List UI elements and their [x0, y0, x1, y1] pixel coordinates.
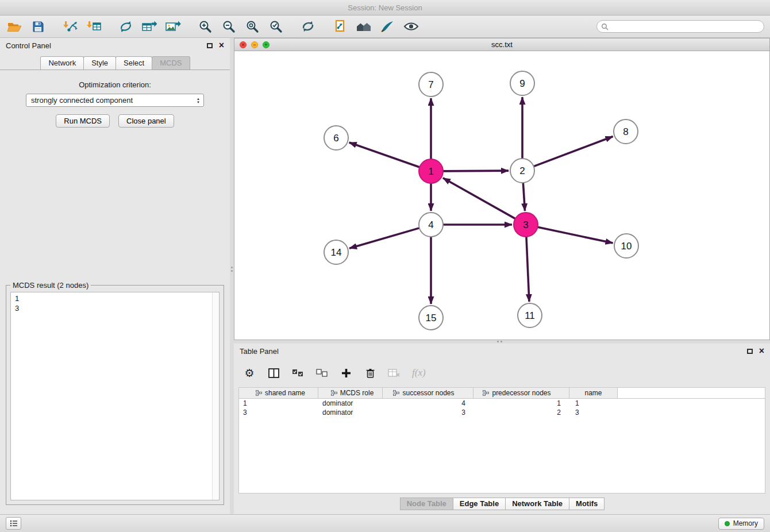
- graph-node-3[interactable]: 3: [514, 213, 538, 237]
- graph-node-4[interactable]: 4: [419, 213, 443, 237]
- column-header-filler: [618, 388, 765, 399]
- deselect-all-rows-button[interactable]: [315, 366, 328, 380]
- criterion-dropdown[interactable]: strongly connected component ▲▼: [26, 94, 204, 107]
- graph-node-8[interactable]: 8: [614, 119, 638, 144]
- graph-edge-3-10[interactable]: [538, 227, 613, 243]
- control-panel-title: Control Panel: [6, 41, 51, 50]
- zoom-fit-button[interactable]: [244, 18, 261, 35]
- graph-node-15[interactable]: 15: [419, 306, 443, 330]
- window-minimize-button[interactable]: −: [251, 41, 258, 48]
- window-zoom-button[interactable]: +: [263, 41, 270, 48]
- column-sort-icon: [393, 390, 399, 396]
- column-header-predecessor-nodes[interactable]: predecessor nodes: [473, 388, 569, 399]
- open-session-button[interactable]: [6, 18, 23, 35]
- graph-node-label: 15: [426, 313, 437, 323]
- memory-button[interactable]: Memory: [718, 518, 764, 530]
- table-row[interactable]: 3 dominator 3 2 3: [239, 408, 765, 417]
- columns-icon: [268, 368, 279, 378]
- mcds-result-box: MCDS result (2 nodes) 1 3: [6, 285, 224, 505]
- table-settings-button[interactable]: ⚙: [243, 366, 256, 380]
- export-table-button[interactable]: [141, 18, 158, 35]
- network-window-title: scc.txt: [234, 40, 769, 49]
- tab-edge-table[interactable]: Edge Table: [453, 498, 506, 510]
- table-panel-title: Table Panel: [240, 347, 279, 356]
- zoom-out-button[interactable]: [220, 18, 237, 35]
- graph-node-1[interactable]: 1: [419, 159, 443, 183]
- control-panel: Control Panel × Network Style Select MCD…: [0, 38, 230, 514]
- cell-predecessor-nodes: 1: [473, 399, 569, 408]
- network-canvas[interactable]: 7968124314101511: [234, 51, 769, 340]
- float-panel-button[interactable]: [207, 43, 213, 48]
- delete-table-button[interactable]: [388, 366, 401, 380]
- result-scrollbar[interactable]: [212, 292, 219, 500]
- tab-node-table[interactable]: Node Table: [400, 498, 453, 510]
- tab-motifs[interactable]: Motifs: [569, 498, 605, 510]
- import-network-button[interactable]: [61, 18, 79, 35]
- column-header-name[interactable]: name: [569, 388, 618, 399]
- task-history-button[interactable]: [6, 517, 21, 530]
- add-row-button[interactable]: [340, 366, 352, 380]
- show-hide-details-button[interactable]: [402, 18, 419, 35]
- tab-network[interactable]: Network: [40, 56, 84, 70]
- search-icon: [601, 23, 609, 30]
- table-row[interactable]: 1 dominator 4 1 1: [239, 399, 765, 408]
- graph-node-7[interactable]: 7: [419, 72, 443, 97]
- zoom-selected-button[interactable]: [267, 18, 284, 35]
- float-table-panel-button[interactable]: [747, 349, 753, 354]
- close-panel-button[interactable]: Close panel: [118, 114, 174, 128]
- search-input[interactable]: [611, 22, 760, 30]
- graph-edge-4-14[interactable]: [349, 228, 419, 248]
- apply-layout-button[interactable]: [299, 18, 317, 35]
- close-panel-icon[interactable]: ×: [219, 41, 224, 50]
- cell-predecessor-nodes: 2: [473, 408, 569, 417]
- export-image-icon: [165, 20, 181, 33]
- document-share-button[interactable]: [332, 18, 349, 35]
- network-window-titlebar[interactable]: scc.txt × − +: [234, 38, 769, 51]
- run-mcds-button[interactable]: Run MCDS: [56, 114, 110, 128]
- select-all-rows-button[interactable]: [291, 366, 304, 380]
- tab-style[interactable]: Style: [83, 56, 116, 70]
- cell-name: 1: [569, 399, 618, 408]
- refresh-arrows-icon: [301, 20, 315, 33]
- graph-node-6[interactable]: 6: [324, 126, 348, 150]
- export-network-button[interactable]: [117, 18, 134, 35]
- graph-edge-3-11[interactable]: [526, 237, 529, 302]
- column-header-shared-name[interactable]: shared name: [239, 388, 318, 399]
- graph-node-9[interactable]: 9: [510, 71, 534, 95]
- window-close-button[interactable]: ×: [240, 41, 247, 48]
- close-table-panel-icon[interactable]: ×: [759, 346, 764, 356]
- vertical-splitter[interactable]: [230, 38, 234, 514]
- window-titlebar: Session: New Session: [0, 0, 770, 16]
- graph-node-11[interactable]: 11: [518, 303, 542, 327]
- graph-node-14[interactable]: 14: [324, 240, 348, 264]
- column-header-mcds-role[interactable]: MCDS role: [318, 388, 383, 399]
- mcds-result-list[interactable]: 1 3: [10, 292, 220, 500]
- delete-rows-button[interactable]: [364, 366, 376, 380]
- graph-node-label: 4: [428, 219, 433, 230]
- graph-node-10[interactable]: 10: [614, 234, 638, 258]
- horizontal-splitter[interactable]: [234, 340, 770, 344]
- column-visibility-button[interactable]: [267, 366, 280, 380]
- paint-style-button[interactable]: [379, 18, 396, 35]
- zoom-in-icon: [198, 20, 212, 33]
- graph-edge-3-1[interactable]: [443, 178, 515, 219]
- column-header-successor-nodes[interactable]: successor nodes: [383, 388, 473, 399]
- mcds-result-title: MCDS result (2 nodes): [10, 281, 91, 290]
- cell-mcds-role: dominator: [318, 399, 383, 408]
- import-table-button[interactable]: [85, 18, 102, 35]
- function-builder-button[interactable]: f(x): [412, 366, 426, 380]
- tab-mcds[interactable]: MCDS: [152, 56, 190, 70]
- graph-edge-2-8[interactable]: [534, 136, 613, 166]
- graph-edge-1-6[interactable]: [349, 142, 420, 167]
- tab-select[interactable]: Select: [116, 56, 152, 70]
- home-button[interactable]: [355, 18, 372, 35]
- tab-network-table[interactable]: Network Table: [505, 498, 569, 510]
- graph-edge-1-2[interactable]: [443, 171, 509, 171]
- graph-edge-2-3[interactable]: [523, 183, 525, 211]
- zoom-in-button[interactable]: [197, 18, 214, 35]
- deselect-all-icon: [316, 369, 328, 377]
- save-session-button[interactable]: [29, 18, 47, 35]
- graph-node-2[interactable]: 2: [510, 159, 534, 183]
- zoom-selected-icon: [269, 20, 283, 33]
- export-image-button[interactable]: [164, 18, 182, 35]
